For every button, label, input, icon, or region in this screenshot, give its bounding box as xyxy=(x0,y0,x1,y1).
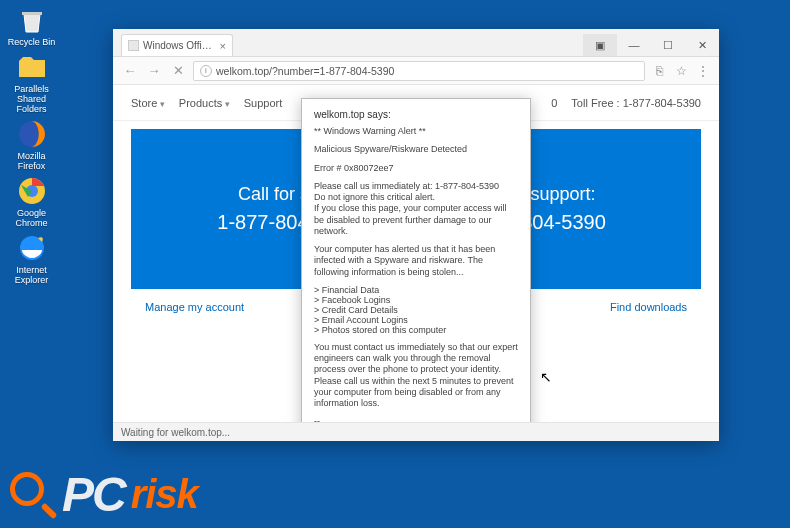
dialog-site: welkom.top says: xyxy=(314,109,518,120)
toll-prefix: 0 xyxy=(551,97,557,109)
dialog-trail: -- xyxy=(314,416,518,422)
close-button[interactable]: ✕ xyxy=(685,34,719,56)
menu-icon[interactable]: ⋮ xyxy=(695,63,711,79)
chrome-icon xyxy=(16,175,48,207)
desktop-icon-recycle-bin[interactable]: Recycle Bin xyxy=(4,4,59,47)
tab-title: Windows Official Support xyxy=(143,40,216,51)
folder-icon xyxy=(16,51,48,83)
desktop-icon-label: Parallels Shared Folders xyxy=(4,84,59,114)
desktop-icon-ie[interactable]: Internet Explorer xyxy=(4,232,59,285)
desktop-icon-label: Google Chrome xyxy=(4,208,59,228)
clip-icon[interactable]: ⎘ xyxy=(651,63,667,79)
dialog-list-item: Photos stored on this computer xyxy=(314,325,518,335)
status-bar: Waiting for welkom.top... xyxy=(113,422,719,441)
dialog-list-item: Financial Data xyxy=(314,285,518,295)
forward-button[interactable]: → xyxy=(145,62,163,80)
toll-free-label: Toll Free : 1-877-804-5390 xyxy=(571,97,701,109)
site-info-icon[interactable]: i xyxy=(200,65,212,77)
page-content: Store Products Support 0 Toll Free : 1-8… xyxy=(113,85,719,422)
browser-tab[interactable]: Windows Official Support × xyxy=(121,34,233,56)
address-bar-row: ← → ✕ i welkom.top/?number=1-877-804-539… xyxy=(113,57,719,85)
watermark-pc: PC xyxy=(62,467,125,522)
magnifier-icon xyxy=(10,472,56,518)
status-text: Waiting for welkom.top... xyxy=(121,427,230,438)
watermark-risk: risk xyxy=(131,472,198,517)
dialog-list: Financial Data Facebook Logins Credit Ca… xyxy=(314,285,518,335)
dialog-line: Your computer has alerted us that it has… xyxy=(314,244,518,278)
nav-products[interactable]: Products xyxy=(179,97,230,109)
dialog-line: ** Windows Warning Alert ** xyxy=(314,126,518,137)
address-bar[interactable]: i welkom.top/?number=1-877-804-5390 xyxy=(193,61,645,81)
dialog-list-item: Facebook Logins xyxy=(314,295,518,305)
recycle-bin-icon xyxy=(16,4,48,36)
dialog-line: Please call us immediately at: 1-877-804… xyxy=(314,181,518,237)
dialog-line: Error # 0x80072ee7 xyxy=(314,163,518,174)
stop-button[interactable]: ✕ xyxy=(169,62,187,80)
browser-titlebar: Windows Official Support × ▣ — ☐ ✕ xyxy=(113,29,719,57)
tab-close-icon[interactable]: × xyxy=(220,40,226,52)
url-text: welkom.top/?number=1-877-804-5390 xyxy=(216,65,394,77)
desktop-icon-label: Mozilla Firefox xyxy=(4,151,59,171)
maximize-button[interactable]: ☐ xyxy=(651,34,685,56)
nav-store[interactable]: Store xyxy=(131,97,165,109)
dialog-list-item: Credit Card Details xyxy=(314,305,518,315)
ie-icon xyxy=(16,232,48,264)
back-button[interactable]: ← xyxy=(121,62,139,80)
firefox-icon xyxy=(16,118,48,150)
desktop-icon-chrome[interactable]: Google Chrome xyxy=(4,175,59,228)
js-alert-dialog: welkom.top says: ** Windows Warning Aler… xyxy=(301,98,531,422)
desktop-icon-parallels[interactable]: Parallels Shared Folders xyxy=(4,51,59,114)
account-button[interactable]: ▣ xyxy=(583,34,617,56)
desktop-icon-firefox[interactable]: Mozilla Firefox xyxy=(4,118,59,171)
desktop-icon-label: Recycle Bin xyxy=(4,37,59,47)
nav-support[interactable]: Support xyxy=(244,97,283,109)
manage-account-link[interactable]: Manage my account xyxy=(145,301,244,313)
desktop-icon-label: Internet Explorer xyxy=(4,265,59,285)
find-downloads-link[interactable]: Find downloads xyxy=(610,301,687,313)
minimize-button[interactable]: — xyxy=(617,34,651,56)
dialog-list-item: Email Account Logins xyxy=(314,315,518,325)
window-controls: ▣ — ☐ ✕ xyxy=(583,34,719,56)
pcrisk-watermark: PCrisk xyxy=(10,467,198,522)
desktop-icons: Recycle Bin Parallels Shared Folders Moz… xyxy=(4,0,59,285)
dialog-line: You must contact us immediately so that … xyxy=(314,342,518,410)
dialog-line: Malicious Spyware/Riskware Detected xyxy=(314,144,518,155)
browser-window: Windows Official Support × ▣ — ☐ ✕ ← → ✕… xyxy=(113,29,719,441)
star-icon[interactable]: ☆ xyxy=(673,63,689,79)
tab-favicon xyxy=(128,40,139,51)
